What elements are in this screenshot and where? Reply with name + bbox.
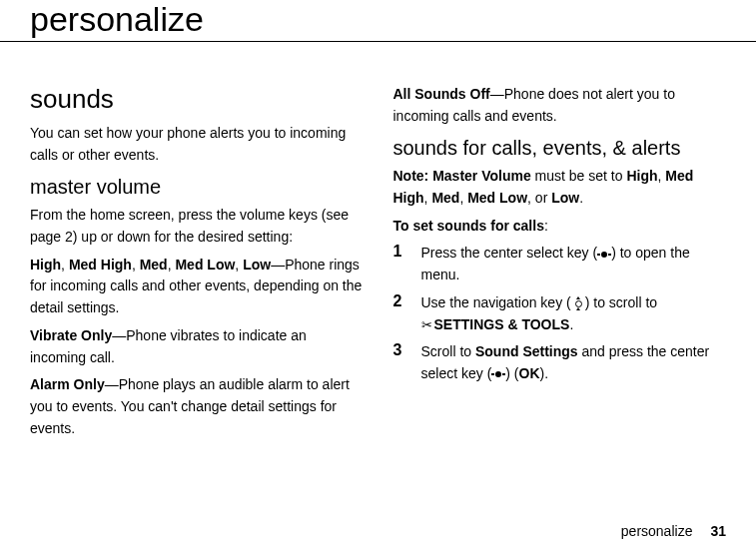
left-column: sounds You can set how your phone alerts… xyxy=(30,66,364,445)
step-1: 1 Press the center select key () to open… xyxy=(393,243,727,285)
heading-master-volume: master volume xyxy=(30,176,364,199)
step-3: 3 Scroll to Sound Settings and press the… xyxy=(393,341,727,384)
center-select-key-icon xyxy=(491,369,505,379)
to-set-line: To set sounds for calls: xyxy=(393,216,727,238)
all-sounds-off-line: All Sounds Off—Phone does not alert you … xyxy=(393,84,727,127)
right-column: All Sounds Off—Phone does not alert you … xyxy=(393,66,727,445)
alarm-only-line: Alarm Only—Phone plays an audible alarm … xyxy=(30,374,364,439)
volume-levels-line: High, Med High, Med, Med Low, Low—Phone … xyxy=(30,255,364,319)
heading-sounds: sounds xyxy=(30,84,364,115)
sounds-intro: You can set how your phone alerts you to… xyxy=(30,123,364,166)
note-line: Note: Master Volume must be set to High,… xyxy=(393,166,727,209)
vibrate-only-line: Vibrate Only—Phone vibrates to indicate … xyxy=(30,325,364,368)
heading-sounds-for-calls: sounds for calls, events, & alerts xyxy=(393,137,727,160)
page-title: personalize xyxy=(30,0,726,39)
divider xyxy=(0,41,756,42)
settings-tools-icon: ✂ xyxy=(421,317,432,332)
navigation-key-icon xyxy=(571,297,585,309)
step-2: 2 Use the navigation key () to scroll to… xyxy=(393,292,727,335)
master-volume-intro: From the home screen, press the volume k… xyxy=(30,205,364,248)
center-select-key-icon xyxy=(597,250,611,260)
page-footer: personalize31 xyxy=(621,523,726,539)
